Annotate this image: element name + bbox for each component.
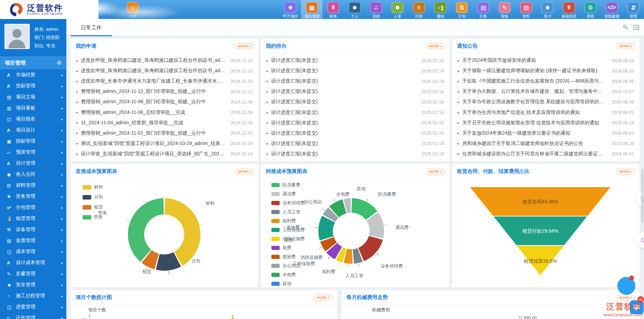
sidebar-menu-item[interactable]: ☻ 安全管理 [0,279,66,290]
sidebar-menu-item[interactable]: ▥ 项目看板 [0,103,66,114]
more-button[interactable]: MORE ▸ [315,295,332,300]
list-item[interactable]: 房和城乡建设厅关于取消二级建造师临时执业证书的公告 2023.08.29 [452,138,640,149]
more-button[interactable]: MORE ▸ [617,295,635,300]
top-nav-item[interactable]: ▤ 任务 [473,0,494,19]
legend-item[interactable]: 差旅费 [271,254,305,260]
list-item[interactable]: 测试_彭祖新城"四馆"景观工程设计项目_2024-10-29_admin_结束_… [71,138,258,149]
sidebar-menu-item[interactable]: A 设计成本管理 [0,257,66,268]
more-button[interactable]: MORE ▸ [427,169,445,174]
list-item[interactable]: 设计进度汇报(未提交) 2025.02.14 [261,97,449,107]
top-nav-item[interactable]: ❖ 甲方项目 [280,0,301,19]
vertical-scrollbar[interactable] [641,169,643,223]
sidebar-menu-item[interactable]: A 项目设计 [0,125,66,136]
top-nav-item[interactable]: ⇅ 计划 [451,0,473,19]
list-item[interactable]: 费用报销_admin_2024-11-06_总经理审批__完成 2024.11.… [71,107,258,118]
more-button[interactable]: MORE ▸ [617,44,635,49]
more-button[interactable]: MORE ▸ [236,44,253,49]
project-count-chart[interactable]: 项目个数 7 7 7 [71,305,337,319]
list-item[interactable]: 关于2024年国庆节放假安排的通知 2024.06.15 [452,55,640,66]
legend-item[interactable]: 业务招待费 [271,200,305,206]
legend-item[interactable]: 租赁 [83,204,103,210]
top-nav-item[interactable]: ⇵ 管理 [623,0,644,19]
list-item[interactable]: 11_2024-11-04_admin_经营部_领导审批__完成 2024.11… [71,118,258,128]
list-item[interactable]: 设计进度汇报(未提交) 2025.02.14 [261,149,449,159]
legend-item[interactable]: 职员餐费 [271,182,305,188]
sidebar-menu-item[interactable]: ◔ 施工过程管理 [0,290,66,301]
top-nav-item[interactable]: ▦ 项目管理 [301,0,323,19]
key-icon[interactable] [623,25,628,30]
sidebar-menu-item[interactable]: ▤ 项目立项 [0,91,66,103]
legend-item[interactable]: 分包 [83,194,103,200]
list-item[interactable]: 设计进度汇报(未提交) 2025.02.14 [261,138,449,149]
list-item[interactable]: 设计进度汇报(未提交) 2025.02.14 [261,55,449,66]
sidebar-menu-item[interactable]: ❖ 劳务管理 [0,191,66,202]
top-nav-item[interactable]: ☻ 个人 [344,0,365,19]
top-nav-icon: ⚙ [585,2,596,13]
list-item[interactable]: 进度款申报_珠海鹤港口建设_珠海鹤港口建设工程合作协议书_admin_... 2… [71,66,258,76]
sidebar-menu-item[interactable]: A 市场经营 [0,69,66,80]
legend-item[interactable]: 人员工资 [271,209,305,215]
sidebar-menu-item[interactable]: A 设计管理 [0,158,66,169]
user-avatar[interactable] [4,24,30,49]
rental-funnel-chart[interactable]: 租赁合同44.36% 租赁付款29.04% 租赁结算26.6% [452,179,640,287]
list-item[interactable]: 进度款申报_长春市伊通河水力发电厂改建工程_长春市伊通河水力发电... 2024… [71,76,258,86]
list-item[interactable]: 设计进度汇报(未提交) 2025.02.14 [261,76,449,86]
sidebar-menu-item[interactable]: A 投标管理 [0,80,66,91]
top-nav-item[interactable]: ☻ 客户 [537,0,558,19]
legend-item[interactable]: 材料 [83,184,103,190]
list-item[interactable]: 关于领取一级注册建造师增项贴的通知 (须持一建证书前来领取) 2024.06.1… [452,66,640,76]
legend-item[interactable]: 福利费 [271,218,305,224]
top-nav-item[interactable]: ▤ 资料 [515,0,537,19]
sidebar-menu-item[interactable]: ◫ 项目报表 [0,114,66,125]
machine-cost-chart[interactable]: 机械费用 12,000 11,690.00 [342,305,640,319]
top-nav-item[interactable]: ✎ 报告 [494,0,515,19]
sidebar-menu-item[interactable]: ⊟ 材料管理 [0,180,66,191]
sidebar-menu-item[interactable]: ◉ 收入合同 [0,169,66,180]
list-item[interactable]: 进度款申报_珠海鹤港口建设_珠海鹤港口建设工程合作协议书_admin_... 2… [71,55,258,66]
sidebar-menu-item[interactable]: ▣ 招标管理 [0,136,66,147]
sidebar-menu-item[interactable]: ◫ 成本管理 [0,246,66,257]
list-item[interactable]: 关于举办市政公用设施数字化管理信息 系统建设与应用培训班的通知 2024.06.… [452,97,640,107]
top-nav-item[interactable]: ◁) 通知 [430,0,451,19]
tab-daily-work[interactable]: 日常工作 [71,19,112,36]
sidebar-menu-item[interactable]: ✎ 质量管理 [0,268,66,279]
sidebar-menu-item[interactable]: x² 分包管理 [0,202,66,213]
top-nav-item[interactable]: ¥ 基础信息 [558,0,580,19]
list-item[interactable]: 设计进度汇报(未提交) 2025.02.14 [261,107,449,118]
more-button[interactable]: MORE ▸ [236,169,253,174]
list-item[interactable]: 费用报销_admin_2024-11-01_部门经理审批_胡建,_运行中 202… [71,128,258,138]
top-nav-item[interactable]: ¥ 财务 [323,0,344,19]
top-nav-item[interactable]: ☻ 人事 [387,0,408,19]
more-button[interactable]: MORE ▸ [427,44,445,49]
top-nav-item[interactable]: ≡ 行政 [408,0,430,19]
legend-item[interactable]: 税费 [271,245,305,251]
list-item[interactable]: 设计进度汇报(未提交) 2025.02.14 [261,86,449,97]
list-item[interactable]: 关于发放2024年第24批一级建造师注册证书的通知 2024.06.01 [452,128,640,138]
list-item[interactable]: 关于召开市政公用设施智慧化管理 信息技术与应用培训班的通知 2024.06.19 [452,118,640,128]
list-item[interactable]: 关于举办大数据、云计算技术在城市建设、规划、管理与服务中的应用培训班... 20… [452,86,640,97]
list-item[interactable]: 费用报销_admin_2024-11-12_部门经理审批_胡建,_运行中 202… [71,86,258,97]
top-nav-item[interactable]: ∴ 流程 [365,0,387,19]
collapse-panel-icon[interactable] [633,25,639,30]
top-nav-item[interactable]: ⚙ 系统 [580,0,601,19]
top-nav-item[interactable]: </> 智能建模 [601,0,623,19]
list-item[interactable]: 费用报销_admin_2024-11-06_部门经理审批_胡建,_运行中 202… [71,97,258,107]
sidebar-menu-item[interactable]: ⚒ 设备管理 [0,224,66,235]
gear-icon[interactable]: ⚙ [57,60,62,66]
list-item[interactable]: 住房和城乡建设部办公厅关于同意吉林省开展二级建造师注册证书电子化试点... 20… [452,149,640,159]
sidebar-menu-item[interactable]: ▯ 证件管理 [0,312,66,319]
list-item[interactable]: 设计审查_彭祖新城"四馆"景观工程设计项目_请选择_胡广生_2024-10-2.… [71,149,258,159]
list-item[interactable]: 于征集《中国建筑施工行业信息化发展报告 (2024) —BIM应用与发展》材料.… [452,76,640,86]
list-item[interactable]: 关于举办住房与房地产信息化 技术及应用培训班的通知 2024.06.01 [452,107,640,118]
sidebar-menu-item[interactable]: ◫ 进度管理 [0,301,66,312]
sidebar-menu-item[interactable]: ⌛ 租赁管理 [0,213,66,224]
more-button[interactable]: MORE ▸ [617,169,635,174]
legend-item[interactable]: 其他 [271,281,305,287]
list-item[interactable]: 设计进度汇报(未提交) 2025.02.14 [261,128,449,138]
list-item[interactable]: 设计进度汇报(未提交) 2025.02.14 [261,66,449,76]
legend-item[interactable]: 通讯费 [271,191,305,197]
legend-item[interactable]: 水电费 [271,272,305,278]
list-item[interactable]: 设计进度汇报(未提交) 2025.02.14 [261,118,449,128]
sidebar-menu-item[interactable]: ▤ 发票管理 [0,235,66,246]
sidebar-menu-item[interactable]: ▱ 预算管理 [0,147,66,158]
